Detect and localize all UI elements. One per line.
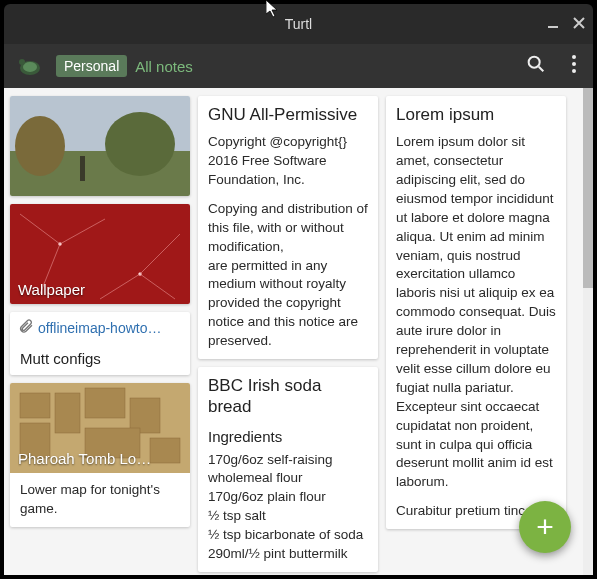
note-text: ½ tsp salt xyxy=(208,507,368,526)
window-title: Turtl xyxy=(285,16,312,32)
note-text: 170g/6oz self-raising wholemeal flour xyxy=(208,451,368,489)
note-text: Copying and distribution of this file, w… xyxy=(208,200,368,257)
plus-icon: + xyxy=(536,510,554,544)
note-card-park[interactable] xyxy=(10,96,190,196)
note-card-bbc[interactable]: BBC Irish soda bread Ingredients 170g/6o… xyxy=(198,367,378,572)
svg-line-5 xyxy=(539,67,544,72)
add-note-button[interactable]: + xyxy=(519,501,571,553)
svg-rect-13 xyxy=(80,156,85,181)
svg-point-7 xyxy=(572,62,576,66)
tag-chip-personal[interactable]: Personal xyxy=(56,55,127,77)
note-card-lorem[interactable]: Lorem ipsum Lorem ipsum dolor sit amet, … xyxy=(386,96,566,529)
note-text: are permitted in any medium without roya… xyxy=(208,257,368,351)
svg-point-3 xyxy=(19,59,25,65)
note-title: Pharoah Tomb Lo… xyxy=(18,450,182,467)
svg-point-2 xyxy=(23,62,37,72)
note-text: 170g/6oz plain flour xyxy=(208,488,368,507)
notes-grid: Wallpaper offlineimap-howto… Mutt config… xyxy=(4,88,593,575)
note-title: Mutt configs xyxy=(10,344,190,375)
note-subtitle: Ingredients xyxy=(208,426,368,447)
note-card-wallpaper[interactable]: Wallpaper xyxy=(10,204,190,304)
note-card-pharoah[interactable]: Pharoah Tomb Lo… Lower map for tonight's… xyxy=(10,383,190,527)
svg-point-4 xyxy=(529,57,540,68)
svg-rect-25 xyxy=(55,393,80,433)
menu-dots-icon[interactable] xyxy=(565,53,583,79)
note-title: GNU All-Permissive xyxy=(208,104,368,125)
note-text: Copyright @copyright{} 2016 Free Softwar… xyxy=(208,133,368,190)
svg-point-11 xyxy=(15,116,65,176)
attachment-link[interactable]: offlineimap-howto… xyxy=(38,320,161,336)
note-text: 290ml/½ pint buttermilk xyxy=(208,545,368,564)
note-text: ½ tsp bicarbonate of soda xyxy=(208,526,368,545)
window-titlebar: Turtl xyxy=(4,4,593,44)
note-body: Lower map for tonight's game. xyxy=(10,473,190,527)
note-card-mutt[interactable]: offlineimap-howto… Mutt configs xyxy=(10,312,190,375)
svg-point-6 xyxy=(572,55,576,59)
note-text: Lorem ipsum dolor sit amet, consectetur … xyxy=(396,133,556,492)
svg-rect-26 xyxy=(85,388,125,418)
svg-rect-24 xyxy=(20,393,50,418)
svg-point-8 xyxy=(572,69,576,73)
minimize-button[interactable] xyxy=(547,17,559,31)
attachment-icon xyxy=(18,318,34,338)
scope-all-notes[interactable]: All notes xyxy=(135,58,193,75)
note-image-park xyxy=(10,96,190,196)
note-card-gnu[interactable]: GNU All-Permissive Copyright @copyright{… xyxy=(198,96,378,359)
note-title: Lorem ipsum xyxy=(396,104,556,125)
note-title: Wallpaper xyxy=(18,281,182,298)
search-icon[interactable] xyxy=(525,53,547,79)
note-title: BBC Irish soda bread xyxy=(208,375,368,418)
svg-point-12 xyxy=(105,112,175,176)
app-logo-icon[interactable] xyxy=(14,54,46,78)
scrollbar-thumb[interactable] xyxy=(583,88,593,288)
svg-rect-0 xyxy=(548,26,558,28)
close-button[interactable] xyxy=(573,17,585,31)
app-toolbar: Personal All notes xyxy=(4,44,593,88)
scrollbar[interactable] xyxy=(583,88,593,575)
